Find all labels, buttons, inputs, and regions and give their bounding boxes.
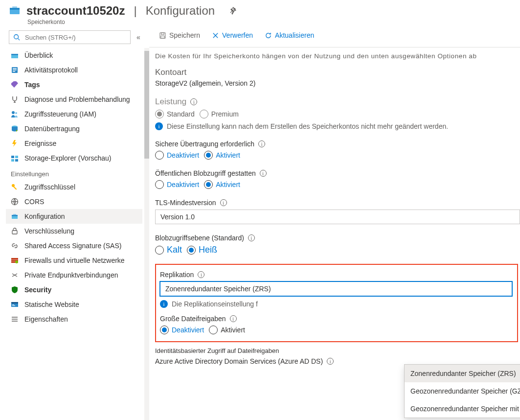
sidebar-item-configuration[interactable]: Konfiguration bbox=[6, 209, 142, 224]
sidebar-item-label: Tags bbox=[24, 81, 40, 89]
discard-label: Verwerfen bbox=[222, 31, 253, 39]
refresh-button[interactable]: Aktualisieren bbox=[261, 29, 318, 41]
sidebar-item-label: Zugriffsschlüssel bbox=[24, 183, 75, 191]
info-icon[interactable]: i bbox=[220, 199, 227, 206]
save-button[interactable]: Speichern bbox=[155, 29, 204, 41]
events-icon bbox=[11, 140, 19, 147]
svg-rect-5 bbox=[11, 54, 18, 55]
sidebar-item-label: Aktivitätsprotokoll bbox=[24, 66, 78, 74]
svg-point-10 bbox=[12, 111, 15, 114]
sidebar-item-static-website[interactable]: Statische Website bbox=[6, 297, 142, 312]
svg-rect-29 bbox=[11, 302, 18, 303]
sidebar-item-label: Datenübertragung bbox=[24, 125, 80, 133]
sidebar-item-label: Private Endpunktverbindungen bbox=[24, 271, 118, 279]
sidebar-item-label: CORS bbox=[24, 198, 44, 206]
tier-cool-radio[interactable]: Kalt bbox=[155, 245, 182, 255]
radio-label: Aktiviert bbox=[221, 326, 245, 334]
svg-rect-7 bbox=[13, 68, 17, 69]
svg-rect-21 bbox=[12, 215, 18, 216]
sidebar-item-properties[interactable]: Eigenschaften bbox=[6, 312, 142, 327]
sidebar-item-firewalls[interactable]: Firewalls und virtuelle Netzwerke bbox=[6, 253, 142, 268]
performance-note: iDiese Einstellung kann nach dem Erstell… bbox=[155, 122, 520, 130]
replication-option-zrs[interactable]: Zonenredundanter Speicher (ZRS) bbox=[405, 365, 520, 382]
tier-hot-radio[interactable]: Heiß bbox=[187, 245, 217, 255]
sidebar-item-label: Firewalls und virtuelle Netzwerke bbox=[24, 257, 125, 264]
svg-rect-30 bbox=[12, 304, 14, 305]
sidebar-item-label: Zugriffssteuerung (IAM) bbox=[24, 110, 96, 118]
svg-rect-8 bbox=[13, 70, 17, 70]
identity-file-shares-label: Identitätsbasierter Zugriff auf Dateifre… bbox=[155, 347, 520, 354]
sidebar-item-access-keys[interactable]: Zugriffsschlüssel bbox=[6, 180, 142, 194]
sidebar-item-events[interactable]: Ereignisse bbox=[6, 136, 142, 151]
sidebar-item-private-endpoints[interactable]: Private Endpunktverbindungen bbox=[6, 268, 142, 282]
blobpublic-disabled-radio[interactable]: Deaktiviert bbox=[155, 180, 199, 189]
info-icon[interactable]: i bbox=[248, 234, 255, 241]
sidebar-search[interactable] bbox=[9, 30, 131, 44]
sidebar-item-overview[interactable]: Überblick bbox=[6, 48, 142, 63]
secure-disabled-radio[interactable]: Deaktiviert bbox=[155, 151, 199, 160]
blade-header: straccount10520z | Konfiguration bbox=[0, 0, 520, 18]
sidebar-scrollbar[interactable] bbox=[144, 48, 149, 420]
replication-option-ragzrs[interactable]: Geozonenredundanter Speicher mit Lesezug… bbox=[405, 400, 520, 418]
replication-option-gzrs[interactable]: Geozonenredundanter Speicher (GZRS) bbox=[405, 382, 520, 400]
sidebar-item-label: Überblick bbox=[24, 51, 53, 59]
sidebar-item-security[interactable]: Security bbox=[6, 282, 142, 297]
select-value: Version 1.0 bbox=[160, 213, 195, 221]
activity-log-icon bbox=[11, 66, 19, 74]
sidebar-item-activity-log[interactable]: Aktivitätsprotokoll bbox=[6, 63, 142, 77]
pin-icon[interactable] bbox=[228, 7, 236, 15]
private-endpoint-icon bbox=[11, 271, 19, 279]
tags-icon bbox=[11, 81, 19, 89]
svg-point-27 bbox=[15, 260, 18, 263]
info-icon[interactable]: i bbox=[230, 315, 237, 322]
svg-rect-16 bbox=[15, 159, 18, 162]
blob-public-label: Öffentlichen Blobzugriff gestatteni bbox=[155, 169, 520, 177]
collapse-sidebar-icon[interactable]: « bbox=[134, 33, 143, 41]
access-tier-label: Blobzugriffsebene (Standard)i bbox=[155, 234, 520, 242]
firewall-icon bbox=[11, 257, 19, 264]
discard-button[interactable]: Verwerfen bbox=[208, 29, 257, 41]
refresh-icon bbox=[265, 32, 272, 39]
tls-min-select[interactable]: Version 1.0 bbox=[155, 210, 520, 224]
storage-explorer-icon bbox=[11, 154, 19, 162]
info-icon[interactable]: i bbox=[258, 140, 265, 147]
largefile-enabled-radio[interactable]: Aktiviert bbox=[209, 326, 245, 334]
sidebar-item-encryption[interactable]: Verschlüsselung bbox=[6, 224, 142, 238]
info-icon[interactable]: i bbox=[260, 170, 267, 177]
sidebar-item-cors[interactable]: CORS bbox=[6, 194, 142, 209]
command-bar: Speichern Verwerfen Aktualisieren bbox=[149, 25, 520, 45]
svg-rect-1 bbox=[10, 8, 20, 10]
svg-point-11 bbox=[15, 112, 17, 114]
sidebar-item-storage-explorer[interactable]: Storage-Explorer (Vorschau) bbox=[6, 151, 142, 165]
sidebar-item-diagnose[interactable]: Diagnose und Problembehandlung bbox=[6, 92, 142, 107]
sidebar-item-data-transfer[interactable]: Datenübertragung bbox=[6, 121, 142, 136]
svg-rect-2 bbox=[12, 6, 17, 8]
radio-label: Heiß bbox=[199, 245, 217, 255]
key-icon bbox=[11, 183, 19, 191]
replication-note: iDie Replikationseinstellung f bbox=[160, 300, 512, 308]
replication-select[interactable]: Zonenredundanter Speicher (ZRS) bbox=[160, 281, 512, 296]
search-input[interactable] bbox=[24, 33, 126, 42]
svg-rect-9 bbox=[13, 71, 15, 72]
info-icon[interactable]: i bbox=[190, 98, 197, 105]
largefile-disabled-radio[interactable]: Deaktiviert bbox=[160, 326, 204, 334]
sidebar-item-sas[interactable]: Shared Access Signature (SAS) bbox=[6, 238, 142, 253]
cost-info-text: Die Kosten für Ihr Speicherkonto hängen … bbox=[155, 52, 520, 68]
svg-rect-22 bbox=[13, 214, 16, 215]
blobpublic-enabled-radio[interactable]: Aktiviert bbox=[204, 180, 240, 189]
info-icon[interactable]: i bbox=[327, 358, 334, 365]
radio-label: Deaktiviert bbox=[167, 151, 199, 159]
sidebar-item-iam[interactable]: Zugriffssteuerung (IAM) bbox=[6, 107, 142, 121]
svg-rect-25 bbox=[11, 259, 18, 260]
static-website-icon bbox=[11, 301, 19, 308]
sidebar-item-tags[interactable]: Tags bbox=[6, 77, 142, 92]
overview-icon bbox=[11, 51, 19, 59]
title-separator: | bbox=[131, 4, 139, 18]
save-label: Speichern bbox=[169, 31, 200, 39]
secure-enabled-radio[interactable]: Aktiviert bbox=[204, 151, 240, 160]
svg-point-3 bbox=[14, 35, 19, 39]
info-icon[interactable]: i bbox=[198, 271, 204, 278]
sidebar-item-label: Diagnose und Problembehandlung bbox=[24, 95, 130, 103]
save-icon bbox=[159, 32, 166, 39]
diagnose-icon bbox=[11, 95, 19, 103]
